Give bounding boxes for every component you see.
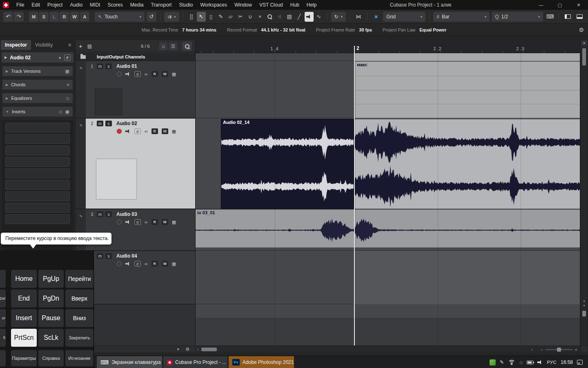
lower-zone-toggle[interactable] [575, 12, 584, 22]
insert-slot[interactable] [5, 203, 70, 213]
ruler-options-button[interactable]: ▼ [581, 40, 587, 46]
mute-button[interactable]: m [97, 253, 103, 259]
key-insert[interactable]: Insert [11, 309, 37, 327]
vertical-scrollbar[interactable]: ▼ ▲ ▼ [580, 40, 587, 352]
edit-channel-button[interactable]: e [134, 219, 141, 225]
battery-icon[interactable] [527, 361, 533, 364]
menu-item[interactable]: Hub [287, 0, 303, 10]
redo-button[interactable]: ↷ [14, 12, 24, 22]
record-arm-button[interactable] [117, 261, 122, 266]
write-automation-button[interactable]: W [162, 219, 168, 225]
key-vniz[interactable]: Вниз [65, 309, 94, 327]
monitor-button[interactable] [125, 72, 131, 76]
edit-channel-button[interactable]: e [134, 71, 141, 77]
insert-slot[interactable] [5, 191, 70, 201]
inspector-menu-icon[interactable]: ≡ [68, 42, 74, 48]
section-track-versions[interactable]: ▶ Track Versions ▦ [2, 66, 73, 76]
notification-icon[interactable] [577, 360, 583, 365]
chords-icon[interactable]: ≡ [67, 82, 69, 87]
track-list-gear-icon[interactable]: ⚙ [185, 347, 189, 352]
autoscroll-button[interactable]: ⇉ ▾ [164, 12, 179, 22]
range-selection-tool[interactable]: ▯ [207, 12, 216, 22]
solo-button[interactable]: s [105, 211, 112, 217]
edit-channel-button[interactable]: e [64, 54, 71, 61]
vertical-scroll-thumb[interactable] [582, 48, 586, 65]
menu-item[interactable]: Studio [175, 0, 196, 10]
zoom-in-icon[interactable]: + [575, 347, 577, 352]
inserts-options-icon[interactable]: ▣ [65, 109, 69, 114]
global-state-button[interactable]: A [80, 12, 89, 22]
insert-slot[interactable] [5, 123, 70, 132]
read-automation-button[interactable]: R [151, 261, 158, 267]
track-visibility-icon[interactable]: ▤ [87, 43, 92, 49]
suspend-automation-button[interactable]: ↺ [147, 12, 156, 22]
project-arrange-area[interactable]: 1.4 2 2.2 2.3 макс Audio 02_14 [195, 40, 580, 352]
link-icon[interactable]: ∞ [145, 129, 148, 134]
global-state-button[interactable]: S [39, 12, 49, 22]
key-pgup[interactable]: PgUp [38, 270, 64, 288]
vertical-zoom-thumb[interactable] [582, 311, 586, 316]
key-clipped-del[interactable]: Del [0, 289, 6, 307]
split-tool[interactable]: ✂ [236, 12, 245, 22]
erase-tool[interactable]: ▱ [226, 12, 235, 22]
channel-strip-icon[interactable]: ▦ [172, 129, 176, 134]
track-versions-icon[interactable]: ▦ [65, 69, 69, 74]
edit-channel-button[interactable]: e [134, 128, 141, 134]
taskbar-item-cubase[interactable]: Cubase Pro Project - ... [163, 356, 227, 368]
taskbar-item-osk[interactable]: ⌨ Экранная клавиатура [97, 356, 162, 368]
link-icon[interactable]: ∞ [145, 261, 148, 266]
monitor-button[interactable] [125, 220, 131, 224]
tray-green-app-icon[interactable] [490, 359, 496, 366]
global-state-button[interactable]: W [70, 12, 79, 22]
right-zone-toggle[interactable] [586, 12, 588, 22]
snap-type-select[interactable]: Grid ▾ [383, 12, 425, 22]
insert-slot[interactable] [5, 134, 70, 144]
section-equalizers[interactable]: ▶ Equalizers ◇ [2, 93, 73, 103]
insert-slot[interactable] [5, 180, 70, 190]
horizontal-scrollbar[interactable]: ‹ › − + [195, 346, 580, 352]
menu-item[interactable]: Transport [147, 0, 175, 10]
key-sclk[interactable]: ScLk [38, 329, 64, 347]
solo-button[interactable]: s [105, 63, 112, 69]
key-clipped-shift[interactable]: ft [0, 329, 6, 347]
key-pause[interactable]: Pause [38, 309, 64, 327]
key-pereyti[interactable]: Перейти [65, 270, 94, 288]
wifi-icon[interactable] [508, 360, 515, 365]
info-field[interactable]: Record Format 44.1 kHz - 32 bit float [227, 27, 305, 32]
write-automation-button[interactable]: W [162, 261, 168, 267]
draw-tool[interactable]: ✎ [216, 12, 225, 22]
key-home[interactable]: Home [11, 270, 37, 288]
find-tracks-button[interactable] [182, 42, 192, 51]
key-ischezanie[interactable]: Исчезание [65, 350, 94, 366]
link-icon[interactable]: ∞ [145, 72, 148, 76]
bypass-inserts-icon[interactable]: ◇ [59, 109, 62, 114]
menu-item[interactable]: Project [44, 0, 66, 10]
expand-down-icon[interactable]: ▼ [176, 348, 180, 351]
write-automation-button[interactable]: W [162, 71, 168, 77]
audio-event-audio-02-right[interactable] [354, 119, 580, 209]
key-pgdn[interactable]: PgDn [38, 289, 64, 307]
insert-slot[interactable] [5, 146, 70, 155]
io-channels-row[interactable]: Input/Output Channels [76, 53, 195, 61]
horizontal-scroll-thumb[interactable] [201, 348, 217, 351]
scroll-up-icon[interactable]: ▲ [581, 299, 588, 302]
link-icon[interactable]: ∞ [145, 220, 148, 224]
info-field[interactable]: Project Pan Law Equal Power [383, 27, 446, 32]
zoom-slider-thumb[interactable] [557, 348, 561, 352]
menu-item[interactable]: Audio [66, 0, 86, 10]
language-indicator[interactable]: РУС [547, 360, 557, 365]
clock[interactable]: 16:58 [561, 359, 573, 365]
undo-button[interactable]: ↶ [3, 12, 13, 22]
scrub-tool[interactable]: ∿ [314, 12, 323, 22]
mute-tool[interactable]: × [256, 12, 265, 22]
monitor-button[interactable] [125, 262, 131, 266]
zoom-out-icon[interactable]: − [540, 347, 543, 352]
channel-strip-icon[interactable]: ▦ [172, 220, 176, 225]
monitor-button[interactable] [125, 129, 131, 134]
snap-toggle-button[interactable]: × [371, 12, 381, 22]
menu-item[interactable]: File [13, 0, 28, 10]
menu-item[interactable]: Scores [104, 0, 126, 10]
global-state-button[interactable]: L [49, 12, 59, 22]
tab-visibility[interactable]: Visibility [31, 40, 57, 50]
taskbar-item-photoshop[interactable]: Ps Adobe Photoshop 2021 [229, 356, 294, 368]
